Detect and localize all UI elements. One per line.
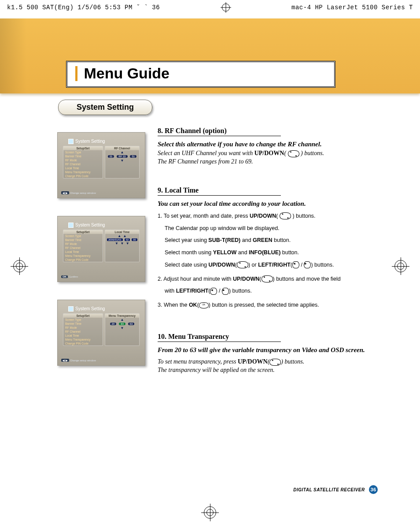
left-icon: [210, 288, 217, 295]
para: The RF Channel ranges from 21 to 69.: [158, 158, 378, 165]
osd-menu-item: Menu Transparency: [63, 254, 103, 258]
osd-footer-key: OK: [61, 275, 68, 278]
ok-icon: [199, 302, 209, 308]
osd-menu-item: Screen Type: [63, 318, 103, 322]
page-title: Menu Guide: [84, 65, 169, 82]
osd-menu-item: Local Time: [63, 334, 103, 338]
updown-icon: [262, 275, 273, 282]
print-header-left: k1.5 500 SAT(Eng) 1/5/06 5:53 PM ˘ ` 36: [7, 4, 160, 11]
osd-menu-item: Screen Type: [63, 234, 103, 238]
osd-menu-item: Banner Time: [63, 154, 103, 158]
osd-menu-item: Local Time: [63, 166, 103, 170]
updown-icon: [269, 359, 281, 366]
osd-title: System Setting: [68, 223, 142, 228]
arrow-down-icon: ▼ ▼ ▼: [105, 241, 139, 245]
para: The transparency will be applied on the …: [158, 367, 378, 374]
heading-rf-channel: 8. RF Channel (option): [158, 127, 378, 135]
osd-menu-item: Change PIN Code: [63, 174, 103, 178]
arrow-down-icon: ▼: [105, 159, 139, 163]
osd-hour-value: 02: [125, 238, 130, 241]
osd-footer-text: Change setup window: [70, 192, 96, 194]
osd-screenshot-transparency: System Setting Setup/Set Screen Type Ban…: [57, 300, 145, 366]
para: To set menu transparency, press UP/DOWN(…: [158, 358, 378, 366]
osd-value: RF 22: [117, 155, 127, 158]
osd-footer-key: ◀ ▶: [61, 191, 69, 194]
text-column: 8. RF Channel (option) Select this alter…: [158, 123, 378, 375]
osd-screenshot-local-time: System Setting Setup/Set Screen Type Ban…: [57, 216, 145, 282]
osd-left-header: Setup/Set: [63, 314, 103, 318]
osd-left-header: Setup/Set: [63, 230, 103, 234]
arrow-up-icon: ▲: [105, 318, 139, 322]
updown-icon: [288, 150, 299, 157]
page-footer: DIGITAL SATELLITE RECEIVER 36: [293, 485, 378, 494]
section-subtitle: System Setting: [58, 100, 152, 115]
screenshot-column: System Setting Setup/Set Screen Type Ban…: [57, 132, 150, 383]
heading-rule: [158, 136, 281, 136]
print-header-right: mac-4 HP LaserJet 5100 Series T: [291, 4, 413, 11]
footer-label: DIGITAL SATELLITE RECEIVER: [293, 487, 365, 492]
osd-right-header: Local Time: [105, 230, 139, 234]
accent-bar-icon: [75, 66, 77, 81]
osd-menu-item: Menu Transparency: [63, 338, 103, 342]
osd-value: 21: [108, 155, 114, 158]
para: Select an UHF Channel you want with UP/D…: [158, 150, 378, 157]
osd-menu-item: RF Channel: [63, 330, 103, 334]
lead-local-time: You can set your local time according to…: [158, 200, 378, 208]
osd-right-header: RF Channel: [105, 146, 139, 150]
osd-menu-item: Screen Type: [63, 150, 103, 154]
osd-left-header: Setup/Set: [63, 146, 103, 150]
updown-icon: [280, 212, 291, 219]
osd-menu-item: RF Mode: [63, 326, 103, 330]
osd-min-value: 00: [132, 238, 137, 241]
osd-value: 63: [128, 323, 135, 325]
osd-footer-text: Confirm: [69, 275, 78, 278]
osd-footer-key: ◀ ▶: [61, 359, 69, 362]
osd-date-value: 2006/01/01: [107, 238, 123, 241]
print-job-header: k1.5 500 SAT(Eng) 1/5/06 5:53 PM ˘ ` 36 …: [0, 0, 420, 15]
lead-transparency: From 20 to 63 will give the variable tra…: [158, 346, 378, 354]
heading-rule: [158, 342, 281, 342]
right-icon: [304, 261, 311, 268]
osd-menu-item: RF Mode: [63, 242, 103, 246]
arrow-up-icon: ▲: [105, 150, 139, 154]
lead-rf: Select this alternative if you have to c…: [158, 141, 378, 148]
page-number: 36: [369, 485, 378, 494]
left-icon: [292, 261, 299, 268]
osd-value: 33: [119, 323, 125, 325]
heading-transparency: 10. Menu Transparency: [158, 333, 378, 341]
title-band: Menu Guide: [0, 19, 420, 93]
osd-menu-item: Change PIN Code: [63, 342, 103, 345]
osd-menu-item: RF Channel: [63, 246, 103, 250]
osd-menu-item: Menu Transparency: [63, 170, 103, 174]
registration-mark-icon: [13, 260, 26, 272]
osd-menu-item: RF Channel: [63, 162, 103, 166]
arrow-down-icon: ▼: [105, 326, 139, 330]
osd-right-header: Menu Transparency: [105, 314, 139, 318]
registration-mark-icon: [204, 506, 216, 519]
osd-menu-item: Local Time: [63, 250, 103, 254]
arrow-up-icon: ▲ ▲: [105, 234, 139, 238]
heading-local-time: 9. Local Time: [158, 186, 378, 194]
osd-value: 20: [110, 323, 117, 325]
page-title-box: Menu Guide: [66, 61, 335, 88]
osd-menu-item: Banner Time: [63, 238, 103, 242]
osd-value: 51: [130, 155, 136, 158]
right-icon: [222, 288, 229, 295]
registration-mark-icon: [222, 4, 230, 11]
osd-menu-item: Change PIN Code: [63, 258, 103, 262]
osd-title: System Setting: [68, 306, 142, 312]
updown-icon: [237, 261, 248, 268]
step-list: 1. To set year, month and date, press UP…: [158, 211, 378, 311]
osd-menu-item: Banner Time: [63, 322, 103, 326]
osd-footer-text: Change setup window: [70, 359, 96, 362]
osd-title: System Setting: [68, 139, 142, 144]
osd-menu-item: RF Mode: [63, 158, 103, 162]
registration-mark-icon: [394, 260, 407, 272]
osd-screenshot-rf-channel: System Setting Setup/Set Screen Type Ban…: [57, 132, 145, 198]
heading-rule: [158, 195, 281, 196]
